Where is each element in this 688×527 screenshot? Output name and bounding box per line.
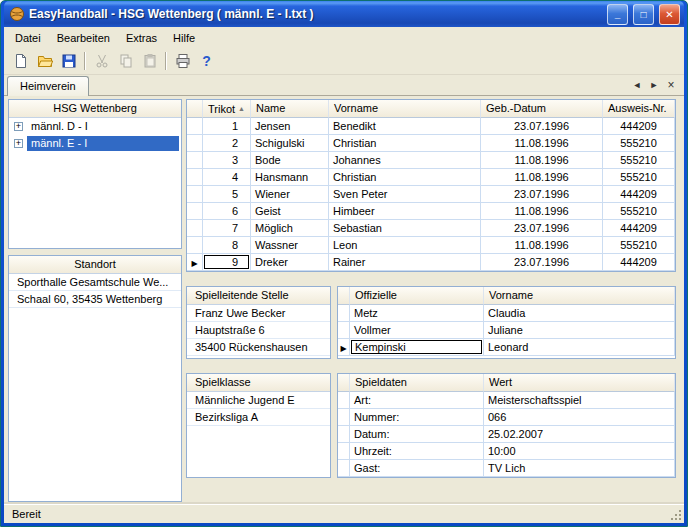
paste-button[interactable] bbox=[138, 50, 161, 73]
table-cell[interactable]: Art: bbox=[350, 392, 484, 409]
tree-item-maennl-d[interactable]: + männl. D - I bbox=[9, 118, 181, 135]
spielklasse-header: Spielklasse bbox=[187, 374, 330, 392]
table-cell[interactable]: Leonard bbox=[484, 339, 675, 356]
cell-edit-box[interactable]: Kempinski bbox=[351, 340, 482, 354]
col-header-offizielle-vorname[interactable]: Vorname bbox=[484, 287, 675, 305]
col-header-offizielle[interactable]: Offizielle bbox=[350, 287, 484, 305]
resize-grip[interactable] bbox=[670, 509, 683, 522]
col-header-wert[interactable]: Wert bbox=[484, 374, 675, 392]
table-cell[interactable]: Christian bbox=[329, 169, 481, 186]
new-button[interactable] bbox=[9, 50, 32, 73]
table-cell[interactable]: Wassner bbox=[251, 237, 329, 254]
table-cell[interactable]: 555210 bbox=[603, 169, 675, 186]
table-cell[interactable]: 066 bbox=[484, 409, 675, 426]
menu-bearbeiten[interactable]: Bearbeiten bbox=[49, 29, 118, 47]
table-cell[interactable]: Juliane bbox=[484, 322, 675, 339]
table-cell[interactable]: Wiener bbox=[251, 186, 329, 203]
col-header-spieldaten[interactable]: Spieldaten bbox=[350, 374, 484, 392]
copy-button[interactable] bbox=[114, 50, 137, 73]
table-cell[interactable]: 11.08.1996 bbox=[481, 152, 603, 169]
table-cell[interactable]: Claudia bbox=[484, 305, 675, 322]
table-cell[interactable]: Vollmer bbox=[350, 322, 484, 339]
table-cell[interactable]: Johannes bbox=[329, 152, 481, 169]
table-cell[interactable]: 23.07.1996 bbox=[481, 220, 603, 237]
table-cell[interactable]: Möglich bbox=[251, 220, 329, 237]
table-cell[interactable]: 11.08.1996 bbox=[481, 169, 603, 186]
tab-close-icon[interactable]: × bbox=[664, 78, 678, 92]
open-button[interactable] bbox=[33, 50, 56, 73]
table-cell[interactable]: Bode bbox=[251, 152, 329, 169]
table-cell[interactable]: 444209 bbox=[603, 186, 675, 203]
table-cell[interactable]: Sebastian bbox=[329, 220, 481, 237]
menu-hilfe[interactable]: Hilfe bbox=[165, 29, 203, 47]
table-cell[interactable]: Metz bbox=[350, 305, 484, 322]
col-header-ausweis-nr[interactable]: Ausweis-Nr. bbox=[603, 100, 675, 118]
col-header-name[interactable]: Name bbox=[251, 100, 329, 118]
cut-button[interactable] bbox=[90, 50, 113, 73]
table-cell[interactable]: 444209 bbox=[603, 254, 675, 271]
menu-extras[interactable]: Extras bbox=[118, 29, 165, 47]
table-cell[interactable]: 23.07.1996 bbox=[481, 186, 603, 203]
table-cell[interactable]: TV Lich bbox=[484, 460, 675, 477]
tab-heimverein[interactable]: Heimverein bbox=[7, 76, 89, 96]
close-button[interactable]: ✕ bbox=[659, 4, 680, 25]
tree-item-maennl-e[interactable]: + männl. E - I bbox=[9, 135, 181, 152]
table-cell[interactable]: 555210 bbox=[603, 203, 675, 220]
table-cell[interactable]: Rainer bbox=[329, 254, 481, 271]
table-cell[interactable]: Hansmann bbox=[251, 169, 329, 186]
save-button[interactable] bbox=[57, 50, 80, 73]
table-cell[interactable]: 8 bbox=[203, 237, 251, 254]
table-cell[interactable]: 2 bbox=[203, 135, 251, 152]
table-cell[interactable]: 555210 bbox=[603, 152, 675, 169]
expand-plus-icon[interactable]: + bbox=[14, 122, 23, 131]
minimize-button[interactable]: _ bbox=[607, 4, 628, 25]
tab-scroll-left-icon[interactable]: ◄ bbox=[630, 78, 644, 92]
table-cell[interactable]: Meisterschaftsspiel bbox=[484, 392, 675, 409]
table-cell[interactable]: 555210 bbox=[603, 135, 675, 152]
col-header-trikot[interactable]: Trikot▲ bbox=[203, 100, 251, 118]
table-cell[interactable]: Jensen bbox=[251, 118, 329, 135]
table-cell[interactable]: 25.02.2007 bbox=[484, 426, 675, 443]
col-header-geb-datum[interactable]: Geb.-Datum bbox=[481, 100, 603, 118]
table-cell[interactable]: Himbeer bbox=[329, 203, 481, 220]
expand-plus-icon[interactable]: + bbox=[14, 139, 23, 148]
table-cell[interactable]: 3 bbox=[203, 152, 251, 169]
maximize-button[interactable]: □ bbox=[633, 4, 654, 25]
window-title: EasyHandball - HSG Wettenberg ( männl. E… bbox=[29, 7, 602, 21]
table-cell[interactable]: 23.07.1996 bbox=[481, 118, 603, 135]
table-cell[interactable]: 444209 bbox=[603, 118, 675, 135]
table-cell[interactable]: Nummer: bbox=[350, 409, 484, 426]
table-cell[interactable]: Benedikt bbox=[329, 118, 481, 135]
table-cell[interactable]: Christian bbox=[329, 135, 481, 152]
table-cell[interactable]: Dreker bbox=[251, 254, 329, 271]
cell-edit-box[interactable]: 9 bbox=[204, 255, 249, 269]
table-cell[interactable]: 10:00 bbox=[484, 443, 675, 460]
table-cell[interactable]: Datum: bbox=[350, 426, 484, 443]
table-cell[interactable]: Leon bbox=[329, 237, 481, 254]
table-cell[interactable]: Gast: bbox=[350, 460, 484, 477]
table-cell[interactable]: 11.08.1996 bbox=[481, 135, 603, 152]
table-cell[interactable]: 23.07.1996 bbox=[481, 254, 603, 271]
active-cell[interactable]: Kempinski bbox=[350, 339, 484, 356]
active-cell[interactable]: 9 bbox=[203, 254, 251, 271]
current-row-indicator: ▶ bbox=[338, 339, 350, 356]
table-cell[interactable]: 555210 bbox=[603, 237, 675, 254]
tab-scroll-right-icon[interactable]: ► bbox=[647, 78, 661, 92]
table-cell[interactable]: 11.08.1996 bbox=[481, 203, 603, 220]
menu-datei[interactable]: Datei bbox=[7, 29, 49, 47]
tab-controls: ◄ ► × bbox=[630, 78, 678, 95]
table-cell[interactable]: 4 bbox=[203, 169, 251, 186]
help-button[interactable]: ? bbox=[195, 50, 218, 73]
table-cell[interactable]: 7 bbox=[203, 220, 251, 237]
table-cell[interactable]: 6 bbox=[203, 203, 251, 220]
col-header-vorname[interactable]: Vorname bbox=[329, 100, 481, 118]
table-cell[interactable]: Geist bbox=[251, 203, 329, 220]
table-cell[interactable]: 5 bbox=[203, 186, 251, 203]
table-cell[interactable]: 11.08.1996 bbox=[481, 237, 603, 254]
print-button[interactable] bbox=[171, 50, 194, 73]
table-cell[interactable]: Uhrzeit: bbox=[350, 443, 484, 460]
table-cell[interactable]: 444209 bbox=[603, 220, 675, 237]
table-cell[interactable]: Schigulski bbox=[251, 135, 329, 152]
table-cell[interactable]: 1 bbox=[203, 118, 251, 135]
table-cell[interactable]: Sven Peter bbox=[329, 186, 481, 203]
